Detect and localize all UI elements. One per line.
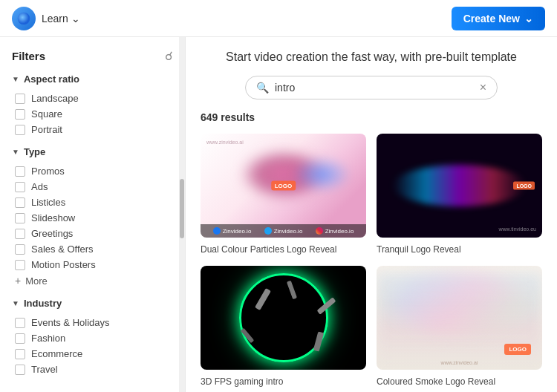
sidebar: Filters ☌ ▼ Aspect ratio Landscape Squar… <box>0 37 186 392</box>
landscape-checkbox[interactable] <box>15 94 25 104</box>
search-input-wrapper: 🔍 × <box>245 76 498 99</box>
tw-icon <box>264 227 272 235</box>
filter-fashion[interactable]: Fashion <box>12 330 173 346</box>
travel-checkbox[interactable] <box>15 365 25 375</box>
filter-sales[interactable]: Sales & Offers <box>12 241 173 257</box>
ecommerce-label: Ecommerce <box>31 348 82 359</box>
listicles-label: Listicles <box>31 197 65 208</box>
listicles-checkbox[interactable] <box>15 197 25 208</box>
search-input[interactable] <box>275 82 474 94</box>
logo-badge-center: LOGO <box>504 344 531 355</box>
square-label: Square <box>31 108 62 120</box>
filter-travel[interactable]: Travel <box>12 362 173 377</box>
sales-checkbox[interactable] <box>15 244 25 255</box>
promos-checkbox[interactable] <box>15 166 25 177</box>
watermark-url: www.zinvideo.ai <box>206 140 244 145</box>
template-thumb-tranquil: LOGO www.tinvideo.eu <box>377 134 542 238</box>
template-card-fps[interactable]: 3D FPS gaming intro <box>201 266 366 388</box>
template-name-fps: 3D FPS gaming intro <box>201 376 283 387</box>
industry-header[interactable]: ▼ Industry <box>12 298 173 309</box>
url-text: www.tinvideo.eu <box>498 226 536 232</box>
chevron-down-icon: ⌄ <box>71 13 80 24</box>
ads-checkbox[interactable] <box>15 182 25 192</box>
fashion-checkbox[interactable] <box>15 333 25 344</box>
template-name-dual-colour: Dual Colour Particles Logo Reveal <box>201 244 336 255</box>
twitter-social: Zinvideo.io <box>264 227 303 235</box>
create-new-label: Create New <box>463 13 520 24</box>
filter-ads[interactable]: Ads <box>12 179 173 195</box>
instagram-social: Zinvideo.io <box>316 227 354 235</box>
template-thumb-smoke: LOGO www.zinvideo.ai <box>377 266 542 370</box>
main-layout: Filters ☌ ▼ Aspect ratio Landscape Squar… <box>0 37 557 392</box>
filter-promos[interactable]: Promos <box>12 163 173 179</box>
ig-text: Zinvideo.io <box>325 228 354 235</box>
template-name-tranquil: Tranquil Logo Reveal <box>377 244 461 255</box>
smoke-puff <box>391 273 527 333</box>
ads-label: Ads <box>31 181 48 192</box>
template-card-tranquil[interactable]: LOGO www.tinvideo.eu Tranquil Logo Revea… <box>377 134 542 255</box>
scroll-thumb <box>180 179 184 238</box>
chevron-icon: ▼ <box>12 75 19 83</box>
fashion-label: Fashion <box>31 333 65 344</box>
portrait-checkbox[interactable] <box>15 125 25 135</box>
template-thumb-fps <box>201 266 366 370</box>
promos-label: Promos <box>31 166 65 177</box>
motion-posters-checkbox[interactable] <box>15 260 25 270</box>
aspect-ratio-title: Aspect ratio <box>24 74 79 85</box>
scroll-rail[interactable] <box>179 37 185 392</box>
header-left: Learn ⌄ <box>12 7 80 30</box>
filter-events-holidays[interactable]: Events & Holidays <box>12 315 173 330</box>
industry-title: Industry <box>24 298 62 309</box>
square-checkbox[interactable] <box>15 109 25 120</box>
social-bar: Zinvideo.io Zinvideo.io Zinvideo.io <box>201 224 366 238</box>
fb-icon <box>213 227 221 235</box>
learn-button[interactable]: Learn ⌄ <box>42 13 80 24</box>
search-bar: 🔍 × <box>201 76 542 99</box>
portrait-label: Portrait <box>31 124 62 135</box>
filter-motion-posters[interactable]: Motion Posters <box>12 257 173 272</box>
sidebar-search-button[interactable]: ☌ <box>165 49 173 63</box>
app-logo <box>12 7 36 30</box>
events-holidays-checkbox[interactable] <box>15 318 25 328</box>
learn-label: Learn <box>42 13 68 24</box>
filter-listicles[interactable]: Listicles <box>12 195 173 210</box>
aspect-ratio-header[interactable]: ▼ Aspect ratio <box>12 74 173 85</box>
logo-badge: LOGO <box>271 181 296 191</box>
template-card-dual-colour[interactable]: LOGO www.zinvideo.ai Zinvideo.io Zinvide… <box>201 134 366 255</box>
tw-text: Zinvideo.io <box>274 228 303 235</box>
svg-point-0 <box>18 12 30 24</box>
filter-portrait[interactable]: Portrait <box>12 122 173 137</box>
filter-ecommerce[interactable]: Ecommerce <box>12 346 173 362</box>
chevron-icon: ▼ <box>12 148 19 156</box>
events-holidays-label: Events & Holidays <box>31 317 110 328</box>
sidebar-header: Filters ☌ <box>0 46 185 69</box>
slideshow-label: Slideshow <box>31 212 75 223</box>
sales-label: Sales & Offers <box>31 244 94 255</box>
filter-square[interactable]: Square <box>12 106 173 122</box>
content-area: Start video creation the fast way, with … <box>186 37 557 392</box>
template-name-smoke: Coloured Smoke Logo Reveal <box>377 376 495 387</box>
more-label: More <box>25 275 48 287</box>
search-icon: 🔍 <box>256 82 269 94</box>
logo-badge-sm: LOGO <box>513 182 535 190</box>
ecommerce-checkbox[interactable] <box>15 349 25 359</box>
results-count: 649 results <box>201 111 542 123</box>
plus-icon: + <box>15 275 21 287</box>
create-new-button[interactable]: Create New ⌄ <box>452 7 545 30</box>
more-button[interactable]: + More <box>12 272 48 289</box>
type-header[interactable]: ▼ Type <box>12 146 173 157</box>
greetings-label: Greetings <box>31 228 73 239</box>
content-title: Start video creation the fast way, with … <box>201 49 542 65</box>
template-grid: LOGO www.zinvideo.ai Zinvideo.io Zinvide… <box>201 134 542 388</box>
slideshow-checkbox[interactable] <box>15 213 25 223</box>
search-icon: ☌ <box>165 50 173 62</box>
filter-greetings[interactable]: Greetings <box>12 226 173 241</box>
type-section: ▼ Type Promos Ads Listicles Slideshow <box>0 142 185 293</box>
greetings-checkbox[interactable] <box>15 229 25 239</box>
filter-slideshow[interactable]: Slideshow <box>12 210 173 226</box>
header: Learn ⌄ Create New ⌄ <box>0 0 557 37</box>
filter-landscape[interactable]: Landscape <box>12 91 173 106</box>
search-clear-button[interactable]: × <box>480 81 486 94</box>
template-card-smoke[interactable]: LOGO www.zinvideo.ai Coloured Smoke Logo… <box>377 266 542 388</box>
ig-icon <box>316 227 323 235</box>
